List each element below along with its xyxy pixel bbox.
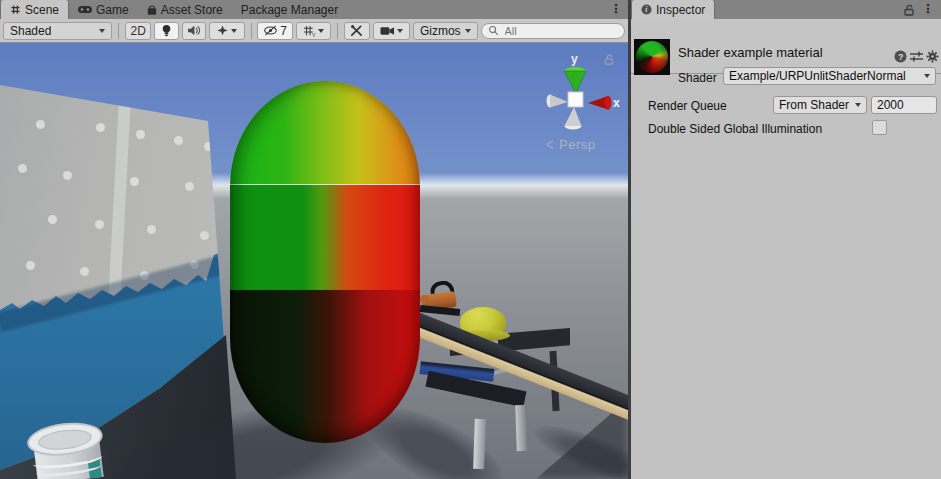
- svg-text:?: ?: [898, 52, 904, 62]
- gizmos-dropdown[interactable]: Gizmos: [413, 22, 478, 40]
- tab-asset-store[interactable]: Asset Store: [138, 0, 232, 19]
- gear-icon[interactable]: [926, 50, 939, 63]
- inspector-lock-icon[interactable]: [899, 0, 919, 19]
- lighting-toggle-button[interactable]: [154, 22, 179, 40]
- paint-bucket: [22, 410, 111, 479]
- scene-tabstrip: Scene Game Asset Store Package Manager ⋮: [0, 0, 628, 19]
- speaker-icon: [187, 25, 200, 36]
- chevron-down-icon: [318, 29, 324, 33]
- shader-dropdown[interactable]: Example/URPUnlitShaderNormal: [723, 67, 936, 85]
- view-lock-icon[interactable]: [604, 54, 614, 65]
- chevron-down-icon: [397, 29, 403, 33]
- tab-scene[interactable]: Scene: [0, 0, 69, 19]
- render-queue-input[interactable]: [872, 97, 936, 113]
- render-queue-dropdown[interactable]: From Shader: [773, 96, 867, 114]
- camera-settings-dropdown-button[interactable]: [373, 22, 410, 40]
- scene-more-menu[interactable]: ⋮: [604, 0, 628, 19]
- projection-mode-label[interactable]: < Persp: [546, 137, 596, 152]
- chevron-down-icon: [465, 29, 471, 33]
- axis-x-label: x: [613, 96, 620, 110]
- capsule-object: [230, 81, 420, 443]
- bench-leg: [473, 419, 486, 469]
- hidden-count-label: 7: [280, 24, 287, 38]
- bag-icon: [147, 4, 157, 16]
- chevron-left-icon: <: [546, 135, 554, 155]
- draw-mode-label: Shaded: [10, 24, 51, 38]
- inspector-tabstrip: i Inspector ⋮: [631, 0, 941, 19]
- tab-game[interactable]: Game: [69, 0, 138, 19]
- scene-visibility-button[interactable]: 7: [257, 22, 292, 40]
- toggle-2d-button[interactable]: 2D: [125, 22, 151, 40]
- double-sided-gi-label: Double Sided Global Illumination: [648, 122, 822, 136]
- tab-label: Inspector: [656, 3, 705, 17]
- scene-search-field[interactable]: [481, 23, 625, 39]
- chevron-down-icon: [855, 103, 861, 107]
- render-queue-mode: From Shader: [779, 98, 849, 112]
- audio-toggle-button[interactable]: [182, 22, 207, 40]
- power-tool: [420, 281, 470, 321]
- orientation-gizmo[interactable]: y x < Persp: [538, 51, 624, 159]
- scene-toolbar: Shaded 2D 7 Y Gizmos: [0, 19, 628, 43]
- unity-editor-window: { "scene_panel": { "tabs": [ {"label": "…: [0, 0, 941, 479]
- chevron-down-icon: [231, 29, 237, 33]
- material-header: Shader example material ? Shader Example…: [631, 19, 941, 74]
- shader-value: Example/URPUnlitShaderNormal: [729, 69, 906, 83]
- gizmos-label: Gizmos: [420, 24, 461, 38]
- render-queue-value-field: [871, 96, 937, 114]
- customize-tools-button[interactable]: [344, 22, 370, 40]
- axis-y-label: y: [571, 52, 578, 66]
- camera-icon: [380, 26, 395, 36]
- tab-label: Game: [96, 3, 129, 17]
- effects-star-icon: [216, 25, 229, 36]
- chevron-down-icon: [924, 74, 930, 78]
- presets-icon[interactable]: [910, 50, 923, 63]
- effects-dropdown-button[interactable]: [209, 22, 244, 40]
- tab-package-manager[interactable]: Package Manager: [232, 0, 347, 19]
- svg-text:Y: Y: [312, 31, 316, 36]
- crossed-tools-icon: [350, 24, 363, 37]
- material-preview-sphere: [636, 41, 668, 73]
- inspector-more-menu[interactable]: ⋮: [919, 0, 941, 19]
- search-icon: [488, 25, 499, 36]
- grid-icon: [10, 4, 21, 15]
- workbench: [408, 273, 628, 479]
- grid-axis-icon: Y: [303, 25, 316, 37]
- shader-label: Shader: [678, 71, 717, 85]
- tool-knob: [420, 295, 429, 304]
- tab-label: Asset Store: [161, 3, 223, 17]
- render-queue-label: Render Queue: [648, 99, 727, 113]
- draw-mode-dropdown[interactable]: Shaded: [3, 22, 112, 40]
- bench-leg: [515, 405, 527, 451]
- tab-label: Scene: [25, 3, 59, 17]
- double-sided-gi-checkbox[interactable]: [872, 120, 887, 135]
- gamepad-icon: [78, 5, 92, 14]
- material-title: Shader example material: [678, 45, 823, 60]
- grid-visibility-dropdown-button[interactable]: Y: [296, 22, 331, 40]
- chevron-down-icon: [99, 29, 105, 33]
- eye-slash-icon: [263, 25, 278, 36]
- search-input[interactable]: [503, 24, 613, 38]
- spackle-dots: [36, 120, 45, 129]
- tab-inspector[interactable]: i Inspector: [631, 0, 715, 19]
- material-preview[interactable]: [634, 39, 670, 75]
- lightbulb-icon: [162, 24, 171, 37]
- help-icon[interactable]: ?: [894, 50, 907, 63]
- scene-viewport[interactable]: y x < Persp: [0, 43, 628, 479]
- inspector-panel: i Inspector ⋮ Shader example material ? …: [631, 0, 941, 479]
- toggle-2d-label: 2D: [131, 24, 146, 38]
- info-icon: i: [641, 4, 652, 15]
- tab-label: Package Manager: [241, 3, 338, 17]
